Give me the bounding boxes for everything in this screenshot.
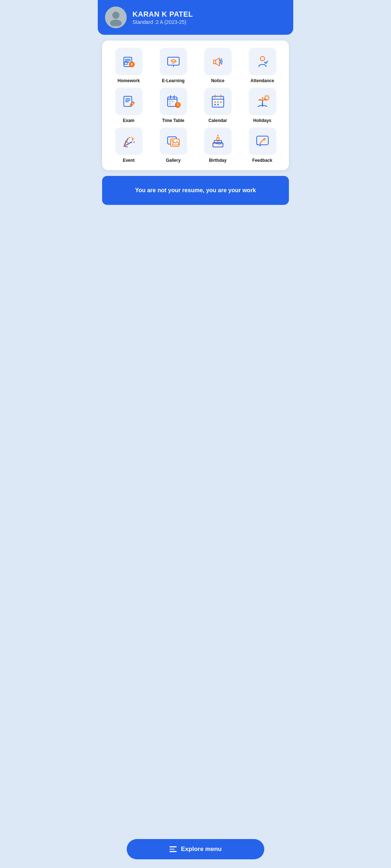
event-icon-box [115, 127, 143, 155]
notice-label: Notice [211, 78, 224, 83]
homework-icon-box: ₹ [115, 48, 143, 75]
svg-rect-12 [169, 101, 171, 102]
calendar-icon [210, 93, 226, 109]
notice-icon [210, 54, 226, 69]
event-label: Event [123, 158, 135, 163]
elearning-icon [165, 54, 181, 69]
quote-text: You are not your resume, you are your wo… [135, 187, 256, 193]
svg-text:₹: ₹ [131, 63, 133, 67]
timetable-icon [165, 93, 181, 109]
attendance-icon-box [249, 48, 276, 75]
menu-item-homework[interactable]: ₹ Homework [108, 48, 150, 83]
birthday-icon-box [204, 127, 232, 155]
svg-point-22 [214, 104, 216, 105]
birthday-icon [210, 133, 226, 149]
menu-item-elearning[interactable]: E-Learning [152, 48, 194, 83]
quote-banner: You are not your resume, you are your wo… [102, 176, 289, 205]
user-name: KARAN K PATEL [133, 10, 193, 18]
menu-item-holidays[interactable]: Holidays [241, 88, 283, 123]
svg-point-19 [214, 101, 216, 103]
menu-item-timetable[interactable]: Time Table [152, 88, 194, 123]
user-standard: Standard :2 A (2023-25) [133, 19, 193, 25]
svg-point-23 [217, 104, 219, 105]
svg-rect-5 [168, 57, 179, 65]
menu-item-calendar[interactable]: Calendar [197, 88, 239, 123]
attendance-label: Attendance [251, 78, 274, 83]
avatar [105, 7, 127, 28]
holidays-label: Holidays [253, 118, 271, 123]
menu-item-birthday[interactable]: Birthday [197, 127, 239, 163]
gallery-icon-box [160, 127, 187, 155]
exam-label: Exam [123, 118, 134, 123]
feedback-label: Feedback [252, 158, 272, 163]
notice-icon-box [204, 48, 232, 75]
homework-icon: ₹ [121, 54, 137, 69]
header-text: KARAN K PATEL Standard :2 A (2023-25) [133, 10, 193, 25]
exam-icon [121, 93, 137, 109]
main-card: ₹ Homework E-Learning [102, 41, 289, 170]
svg-point-0 [112, 12, 119, 19]
event-icon [121, 133, 137, 149]
explore-btn-label: Explore menu [181, 846, 222, 853]
gallery-icon [165, 133, 181, 149]
menu-item-event[interactable]: Event [108, 127, 150, 163]
menu-item-exam[interactable]: Exam [108, 88, 150, 123]
explore-btn-wrapper: Explore menu [127, 839, 264, 859]
elearning-icon-box [160, 48, 187, 75]
attendance-icon [255, 54, 270, 69]
svg-point-7 [260, 56, 265, 61]
explore-menu-button[interactable]: Explore menu [127, 839, 264, 859]
menu-item-feedback[interactable]: Feedback [241, 127, 283, 163]
feedback-icon-box [249, 127, 276, 155]
svg-rect-13 [172, 101, 173, 102]
exam-icon-box [115, 88, 143, 115]
svg-point-21 [220, 101, 222, 103]
svg-point-25 [265, 96, 269, 100]
calendar-label: Calendar [209, 118, 227, 123]
elearning-label: E-Learning [162, 78, 185, 83]
svg-rect-14 [169, 103, 171, 105]
menu-lines-icon [169, 846, 177, 852]
calendar-icon-box [204, 88, 232, 115]
timetable-label: Time Table [162, 118, 185, 123]
svg-point-1 [110, 20, 122, 26]
homework-label: Homework [118, 78, 140, 83]
menu-item-gallery[interactable]: Gallery [152, 127, 194, 163]
menu-item-notice[interactable]: Notice [197, 48, 239, 83]
timetable-icon-box [160, 88, 187, 115]
holidays-icon-box [249, 88, 276, 115]
menu-grid: ₹ Homework E-Learning [108, 48, 283, 163]
header: KARAN K PATEL Standard :2 A (2023-25) [98, 0, 293, 35]
holidays-icon [255, 93, 270, 109]
svg-point-28 [130, 142, 132, 143]
gallery-label: Gallery [166, 158, 181, 163]
birthday-label: Birthday [209, 158, 227, 163]
svg-point-26 [129, 137, 130, 138]
feedback-icon [255, 133, 270, 149]
menu-item-attendance[interactable]: Attendance [241, 48, 283, 83]
svg-point-20 [217, 101, 219, 103]
